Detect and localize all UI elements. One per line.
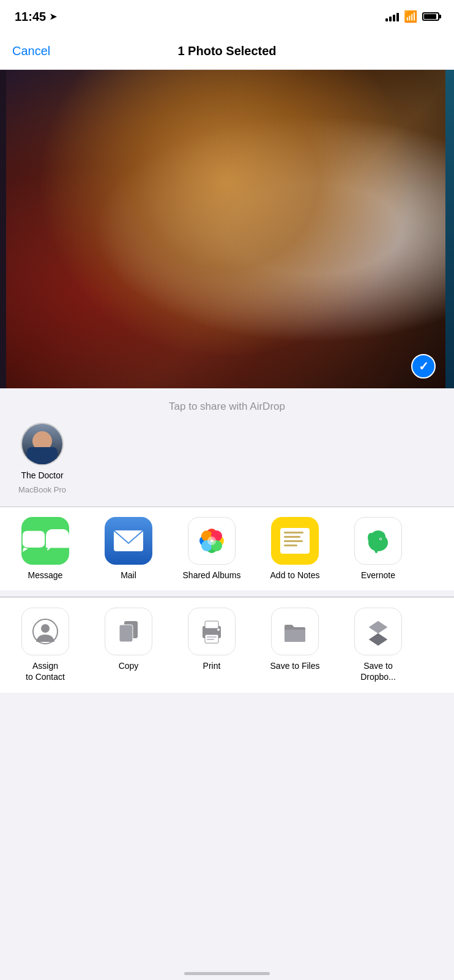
- evernote-label: Evernote: [361, 570, 395, 581]
- assign-contact-label: Assignto Contact: [26, 660, 65, 682]
- share-save-files[interactable]: Save to Files: [256, 608, 334, 682]
- avatar-body: [27, 447, 58, 464]
- share-row-2: Assignto Contact Copy Print: [0, 597, 454, 692]
- selected-checkmark: [411, 354, 436, 379]
- svg-rect-26: [207, 639, 214, 640]
- main-photo: [6, 70, 445, 388]
- notes-line-1: [284, 532, 303, 533]
- evernote-svg: [363, 526, 393, 556]
- airdrop-prompt: Tap to share with AirDrop: [12, 401, 442, 413]
- photo-strip: [0, 70, 454, 388]
- notes-line-3: [284, 540, 303, 542]
- share-message[interactable]: Message: [6, 517, 84, 581]
- dog-photo: [6, 70, 445, 388]
- mail-icon: [105, 517, 152, 565]
- dog-overlay: [6, 70, 445, 388]
- status-icons: 📶: [385, 10, 439, 23]
- battery-icon: [422, 12, 439, 21]
- airdrop-contacts: The Doctor MacBook Pro: [12, 423, 442, 494]
- notes-lines: [280, 528, 310, 554]
- message-label: Message: [28, 570, 63, 581]
- svg-point-11: [207, 537, 216, 545]
- page-title: 1 Photo Selected: [177, 44, 276, 58]
- svg-rect-25: [207, 636, 217, 638]
- dropbox-svg: [363, 616, 393, 647]
- svg-point-18: [41, 624, 50, 633]
- copy-label: Copy: [119, 660, 139, 671]
- signal-icon: [385, 12, 399, 21]
- dropbox-icon: [354, 608, 402, 655]
- share-mail[interactable]: Mail: [89, 517, 168, 581]
- photo-left-sliver: [0, 70, 6, 388]
- svg-rect-24: [205, 621, 218, 628]
- save-files-icon: [271, 608, 319, 655]
- mail-label: Mail: [121, 570, 136, 581]
- contact-device: MacBook Pro: [18, 485, 66, 494]
- print-label: Print: [203, 660, 221, 671]
- evernote-icon: [354, 517, 402, 565]
- share-print[interactable]: Print: [173, 608, 251, 682]
- share-notes[interactable]: Add to Notes: [256, 517, 334, 581]
- save-files-label: Save to Files: [270, 660, 320, 671]
- navigation-header: Cancel 1 Photo Selected: [0, 33, 454, 70]
- status-time: 11:45 ➤: [15, 10, 57, 24]
- svg-rect-0: [23, 531, 45, 548]
- save-files-svg: [281, 617, 309, 646]
- share-assign-contact[interactable]: Assignto Contact: [6, 608, 84, 682]
- airdrop-section: Tap to share with AirDrop The Doctor Mac…: [0, 388, 454, 500]
- copy-icon: [105, 608, 152, 655]
- dropbox-label: Save toDropbo...: [360, 660, 396, 682]
- time-label: 11:45: [15, 10, 46, 24]
- avatar-image: [22, 424, 62, 464]
- share-shared-albums[interactable]: Shared Albums: [173, 517, 251, 581]
- print-icon: [188, 608, 236, 655]
- notes-line-2: [284, 536, 300, 538]
- share-dropbox[interactable]: Save toDropbo...: [339, 608, 417, 682]
- share-evernote[interactable]: Evernote: [339, 517, 417, 581]
- assign-svg: [31, 617, 59, 646]
- notes-label: Add to Notes: [270, 570, 320, 581]
- location-arrow-icon: ➤: [50, 12, 57, 21]
- svg-marker-30: [369, 621, 387, 633]
- message-icon: [21, 517, 69, 565]
- share-row-1: Message Mail Sha: [0, 507, 454, 590]
- contact-name: The Doctor: [21, 470, 63, 480]
- mail-svg: [113, 530, 144, 552]
- shared-albums-icon: [188, 517, 236, 565]
- shared-albums-label: Shared Albums: [183, 570, 241, 581]
- svg-point-27: [217, 628, 220, 631]
- assign-contact-icon: [21, 608, 69, 655]
- notes-line-4: [284, 545, 297, 546]
- svg-marker-1: [23, 548, 28, 552]
- photos-svg: [195, 524, 228, 557]
- svg-rect-28: [285, 630, 305, 642]
- wifi-icon: 📶: [404, 10, 417, 23]
- airdrop-contact[interactable]: The Doctor MacBook Pro: [18, 423, 66, 494]
- cancel-button[interactable]: Cancel: [12, 44, 50, 58]
- svg-point-16: [380, 538, 381, 540]
- notes-icon: [271, 517, 319, 565]
- home-indicator: [184, 972, 270, 975]
- photo-right-sliver: [445, 70, 454, 388]
- avatar: [21, 423, 64, 466]
- print-svg: [198, 617, 226, 646]
- message-svg: [21, 529, 46, 553]
- svg-rect-20: [119, 625, 133, 642]
- share-copy[interactable]: Copy: [89, 608, 168, 682]
- svg-marker-31: [369, 633, 387, 646]
- svg-point-14: [368, 533, 374, 543]
- copy-svg: [114, 617, 143, 646]
- status-bar: 11:45 ➤ 📶: [0, 0, 454, 33]
